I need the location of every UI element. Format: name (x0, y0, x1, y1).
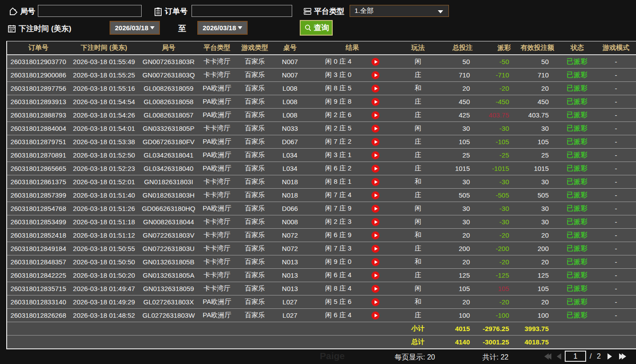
cell-valid: 30 (517, 121, 559, 135)
prev-page-button[interactable] (557, 353, 561, 360)
cell-total: 20 (437, 81, 481, 95)
cell-play: 庄 (399, 108, 437, 121)
cell-play: 庄 (399, 188, 437, 202)
round-number-input[interactable] (38, 5, 142, 17)
cell-order: 260318012861375 (7, 175, 69, 188)
cell-table: D066 (274, 202, 306, 215)
cell-status: 已派彩 (559, 268, 595, 282)
replay-play-icon[interactable] (371, 58, 379, 66)
order-number-input[interactable] (192, 5, 292, 17)
cell-table: L027 (274, 295, 306, 308)
cell-mode: - (595, 188, 636, 202)
cell-play: 和 (399, 228, 437, 242)
replay-play-icon[interactable] (371, 138, 379, 146)
cell-status: 已派彩 (559, 68, 595, 81)
cell-order: 260318012852418 (7, 228, 69, 242)
cell-game: 百家乐 (235, 228, 274, 242)
replay-play-icon[interactable] (371, 218, 379, 226)
replay-play-icon[interactable] (371, 125, 379, 133)
cell-valid: 710 (517, 68, 559, 81)
cell-result: 闲 6 庄 4 (306, 308, 399, 322)
cell-status: 已派彩 (559, 282, 595, 295)
chevron-down-icon (238, 26, 242, 29)
page-separator: / (590, 352, 591, 360)
cell-payout: -710 (481, 68, 517, 81)
replay-play-icon[interactable] (371, 98, 379, 106)
table-row: 2603180128939132026-03-18 01:54:54GL0082… (7, 95, 636, 108)
cell-result: 闲 8 庄 4 (306, 282, 399, 295)
cell-mode (595, 335, 636, 348)
platform-type-select[interactable]: 1.全部 (350, 5, 449, 17)
replay-play-icon[interactable] (371, 205, 379, 213)
cell-game: 百家乐 (235, 95, 274, 108)
last-page-button[interactable] (619, 353, 626, 360)
chevron-down-icon (150, 26, 155, 29)
cell-platform: 卡卡湾厅 (199, 242, 235, 255)
cell-status: 已派彩 (559, 162, 595, 175)
cell-time: 2026-03-18 01:48:52 (69, 308, 139, 322)
cell-payout: -20 (481, 81, 517, 95)
pagination-bar: 每页显示: 20 共计: 22 / 2 (0, 349, 636, 364)
cell-status: 已派彩 (559, 81, 595, 95)
round-number-label: 局号 (20, 6, 35, 16)
cell-order: 260318012833140 (7, 295, 69, 308)
table-row: 2603180128887932026-03-18 01:54:26GL0082… (7, 108, 636, 121)
replay-play-icon[interactable] (371, 178, 379, 186)
replay-play-icon[interactable] (371, 298, 379, 306)
replay-play-icon[interactable] (371, 71, 379, 79)
next-page-button[interactable] (607, 353, 612, 360)
cell-valid: 450 (517, 95, 559, 108)
cell-total: 4140 (437, 335, 481, 348)
cell-result: 闲 5 庄 6 (306, 295, 399, 308)
cell-total: 125 (437, 268, 481, 282)
per-page-label: 每页显示: 20 (395, 353, 435, 362)
cell-total: 30 (437, 121, 481, 135)
cell-valid: 30 (517, 175, 559, 188)
replay-play-icon[interactable] (371, 311, 379, 320)
date-from-picker[interactable]: 2026/03/18 (110, 21, 160, 35)
replay-play-icon[interactable] (371, 191, 379, 199)
date-to-picker[interactable]: 2026/03/18 (197, 21, 248, 35)
replay-play-icon[interactable] (371, 258, 379, 266)
search-button[interactable]: 查询 (300, 20, 333, 36)
replay-play-icon[interactable] (371, 231, 379, 239)
cell-table (274, 322, 306, 335)
first-page-button[interactable] (544, 353, 551, 360)
replay-play-icon[interactable] (371, 85, 379, 93)
bet-records-table: 订单号下注时间 (美东)局号平台类型游戏类型桌号结果玩法总投注派彩有效投注额状态… (7, 41, 636, 348)
clipboard-icon (154, 7, 163, 16)
column-header-platform: 平台类型 (199, 41, 235, 55)
cell-status (559, 335, 595, 348)
cell-payout: -125 (481, 268, 517, 282)
replay-play-icon[interactable] (371, 165, 379, 173)
replay-play-icon[interactable] (371, 271, 379, 279)
cell-valid: 105 (517, 282, 559, 295)
column-header-play: 玩法 (399, 41, 437, 55)
result-text: 闲 6 庄 4 (325, 311, 351, 319)
page-number-input[interactable] (565, 351, 586, 362)
cell-result: 闲 6 庄 9 (306, 228, 399, 242)
cell-total: 20 (437, 228, 481, 242)
cell-play: 闲 (399, 282, 437, 295)
cell-play: 闲 (399, 121, 437, 135)
cell-play: 庄 (399, 242, 437, 255)
cell-mode: - (595, 148, 636, 162)
cell-total: 1015 (437, 162, 481, 175)
cell-payout: -2976.25 (481, 322, 517, 335)
cell-status: 已派彩 (559, 215, 595, 228)
cell-game: 百家乐 (235, 81, 274, 95)
cell-valid: 20 (517, 255, 559, 268)
cell-total: 50 (437, 55, 481, 68)
replay-play-icon[interactable] (371, 245, 379, 253)
cell-valid: 25 (517, 148, 559, 162)
replay-play-icon[interactable] (371, 285, 379, 293)
result-text: 闲 8 庄 4 (325, 284, 351, 292)
cell-platform: PA欧洲厅 (199, 135, 235, 148)
calendar-icon (7, 24, 16, 33)
replay-play-icon[interactable] (371, 151, 379, 159)
cell-result (306, 335, 399, 348)
replay-play-icon[interactable] (371, 111, 379, 119)
cell-mode: - (595, 135, 636, 148)
total-pages-label: 2 (597, 352, 601, 360)
result-text: 闲 2 庄 6 (325, 111, 351, 118)
